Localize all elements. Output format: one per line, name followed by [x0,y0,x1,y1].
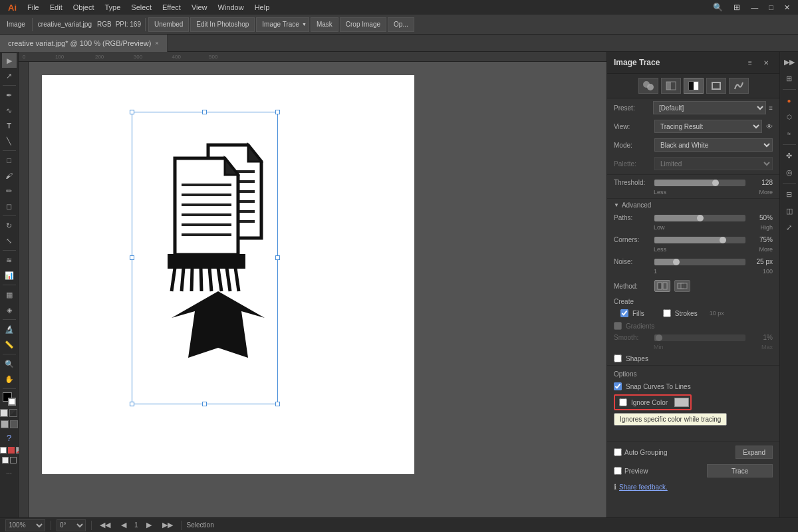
blend-tool[interactable]: ◈ [2,303,17,317]
canvas-content[interactable] [29,62,606,503]
menu-view[interactable]: View [186,2,213,13]
ignore-color-swatch[interactable] [674,398,689,407]
screen-mode-2[interactable] [10,420,18,428]
corners-track[interactable] [654,237,745,243]
paths-thumb[interactable] [697,215,704,221]
rect-tool[interactable]: □ [2,153,17,168]
preset-select[interactable]: [Default] [653,101,766,114]
search-btn[interactable]: 🔍 [708,1,728,13]
auto-grouping-checkbox[interactable] [614,448,622,456]
artboard-btn2[interactable] [8,447,15,454]
measure-tool[interactable]: 📏 [2,337,17,352]
maximize-btn[interactable]: □ [763,2,779,13]
menu-type[interactable]: Type [100,2,126,13]
eraser-tool[interactable]: ◻ [2,199,17,213]
gradient-tool[interactable]: ▦ [2,287,17,302]
paintbrush-tool[interactable]: 🖌 [2,168,17,183]
tab-document[interactable]: creative variat.jpg* @ 100 % (RGB/Previe… [0,35,168,52]
warp-tool[interactable]: ≋ [2,253,17,267]
align-btn[interactable]: ⊟ [782,187,797,201]
swatches-btn[interactable]: ⬡ [782,110,797,124]
menu-edit[interactable]: Edit [45,2,68,13]
curvature-tool[interactable]: ∿ [2,103,17,118]
crop-image-button[interactable]: Crop Image [340,17,386,32]
close-btn[interactable]: ✕ [779,2,795,13]
menu-effect[interactable]: Effect [157,2,186,13]
next-btn[interactable]: ▶ [144,519,154,531]
prev-btn[interactable]: ◀ [118,519,129,531]
menu-window[interactable]: Window [213,2,249,13]
select-tool[interactable]: ▶ [2,53,17,68]
trace-button[interactable]: Trace [707,464,773,477]
trace-mode-bw[interactable] [684,78,704,94]
pathfinder-btn[interactable]: ◫ [782,203,797,218]
graphic-styles-btn[interactable]: ◎ [782,165,797,180]
menu-object[interactable]: Object [68,2,100,13]
layers-btn[interactable]: ⊞ [782,71,797,86]
preset-menu-icon[interactable]: ≡ [769,104,773,112]
trace-mode-grayscale[interactable] [661,78,681,94]
preview-view-btn[interactable] [9,409,17,417]
panel-menu-btn[interactable]: ≡ [743,56,757,69]
arrange-btn[interactable]: ⊞ [728,1,745,13]
graph-tool[interactable]: 📊 [2,268,17,283]
pencil-tool[interactable]: ✏ [2,184,17,198]
transform-btn[interactable]: ⤢ [782,220,797,235]
hand-tool[interactable]: ✋ [2,372,17,386]
menu-select[interactable]: Select [126,2,157,13]
rotate-tool[interactable]: ↻ [2,218,17,233]
mask-button[interactable]: Mask [311,17,338,32]
scale-tool[interactable]: ⤡ [2,233,17,248]
image-trace-button[interactable]: Image Trace [256,17,309,32]
paths-track[interactable] [654,215,745,221]
fills-checkbox[interactable] [620,309,628,317]
tab-close-btn[interactable]: × [155,40,158,47]
bottom-btn1[interactable] [2,457,9,464]
trace-mode-color[interactable] [638,78,658,94]
zoom-select[interactable]: 100% [5,519,45,531]
shapes-checkbox[interactable] [614,354,622,362]
noise-thumb[interactable] [673,259,680,265]
noise-track[interactable] [654,259,745,265]
question-tool[interactable]: ? [2,430,17,445]
method-abutting-btn[interactable] [654,280,670,292]
strokes-checkbox[interactable] [663,309,671,317]
ignore-color-checkbox[interactable] [619,398,627,406]
minimize-btn[interactable]: — [745,2,763,13]
edit-photoshop-button[interactable]: Edit In Photoshop [190,17,255,32]
corners-thumb[interactable] [720,237,726,243]
line-tool[interactable]: ╲ [2,134,17,148]
share-feedback-link[interactable]: Share feedback. [619,483,668,491]
trace-mode-custom[interactable] [729,78,749,94]
menu-help[interactable]: Help [249,2,275,13]
threshold-track[interactable] [654,180,745,186]
view-select[interactable]: Tracing Result [654,120,762,133]
trace-mode-outline[interactable] [706,78,726,94]
brushes-btn[interactable]: ≈ [782,126,797,141]
normal-view-btn[interactable] [0,409,8,417]
unembed-button[interactable]: Unembed [148,17,189,32]
screen-mode-1[interactable] [1,420,9,428]
menu-file[interactable]: File [22,2,45,13]
prev-page-btn[interactable]: ◀◀ [97,519,113,531]
preview-checkbox[interactable] [614,467,622,475]
view-eye-icon[interactable]: 👁 [766,123,773,130]
next-page-btn[interactable]: ▶▶ [160,519,176,531]
rotation-select[interactable]: 0° [57,519,86,531]
op-button[interactable]: Op... [388,17,414,32]
symbols-btn[interactable]: ✤ [782,148,797,163]
mode-select[interactable]: Black and White [654,138,773,152]
share-feedback-row[interactable]: ℹ Share feedback. [607,480,779,494]
expand-button[interactable]: Expand [735,446,773,459]
advanced-section-header[interactable]: ▼ Advanced [607,198,779,211]
method-overlapping-btn[interactable] [674,280,690,292]
panel-close-btn[interactable]: ✕ [759,56,773,69]
pen-tool[interactable]: ✒ [2,88,17,102]
bottom-btn2[interactable] [10,457,17,464]
snap-curves-checkbox[interactable] [614,382,622,390]
color-btn[interactable]: ● [782,93,797,108]
palette-select[interactable]: Limited [654,157,773,170]
properties-btn[interactable]: ▶▶ [782,55,797,69]
threshold-thumb[interactable] [712,180,719,186]
artboard-btn1[interactable] [0,447,7,454]
